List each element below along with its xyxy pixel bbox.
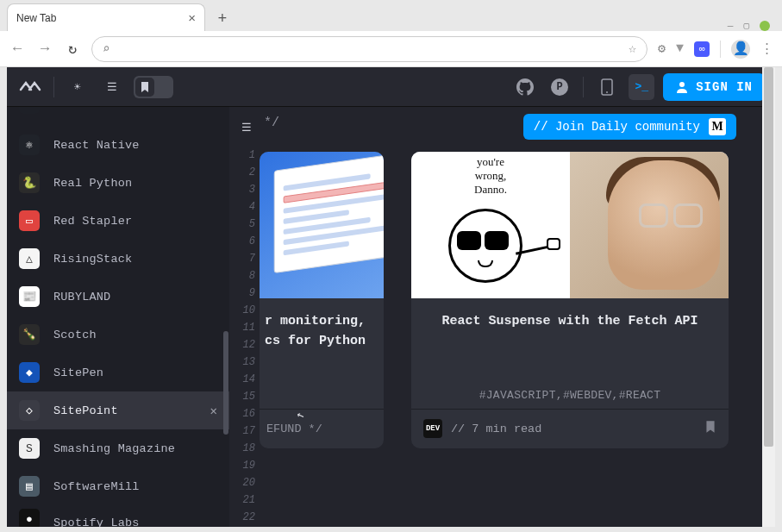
window-controls: — ▢ [728,20,775,31]
bookmark-icon [135,78,154,97]
browser-tab[interactable]: New Tab × [7,3,205,31]
sign-in-label: SIGN IN [696,80,753,94]
nav-back-icon[interactable]: ← [9,41,26,57]
source-icon: ⚛ [19,107,40,114]
meme-text: Danno. [474,183,507,197]
read-time: // 7 min read [451,422,541,435]
feed-card[interactable]: you're wrong, Danno. [411,152,729,448]
minimize-icon[interactable]: — [728,21,734,31]
source-icon: ◇ [19,400,40,421]
line-number: 14 [229,371,255,388]
sidebar-item[interactable]: ▭Red Stapler [7,202,229,240]
sidebar-item[interactable]: △RisingStack [7,240,229,278]
sidebar-item[interactable]: ◇SitePoint✕ [7,391,229,429]
window-close-icon[interactable] [760,21,770,31]
sidebar-item[interactable]: ◆SitePen [7,354,229,391]
line-number: 1 [229,147,255,164]
card-footer: EFUND */ [260,409,384,448]
search-icon: ⌕ [103,41,109,56]
maximize-icon[interactable]: ▢ [743,20,749,31]
sidebar-item[interactable]: ⚛React Native [7,126,229,164]
new-tab-button[interactable]: + [210,7,235,31]
menu-kebab-icon[interactable]: ⋮ [760,41,773,57]
sidebar-item-label: Smashing Magazine [53,442,175,455]
source-icon: ▤ [19,476,40,497]
line-number: 9 [229,285,255,302]
browser-chrome: New Tab × + — ▢ ← → ↻ ⌕ ☆ ⚙ ▼ ∞ 👤 ⋮ [0,0,782,67]
theme-toggle-icon[interactable]: ☀ [65,74,91,100]
sidebar-item[interactable]: 🐍Real Python [7,164,229,202]
content-menu-icon[interactable]: ☰ [236,117,257,138]
product-hunt-icon[interactable]: P [547,74,572,100]
line-number: 12 [229,336,255,354]
profile-icon[interactable]: 👤 [731,40,750,59]
line-number: 19 [229,457,255,474]
sidebar-item[interactable]: 📰RUBYLAND [7,278,229,316]
source-badge: DEV [423,419,442,438]
sidebar-item[interactable]: ▤SoftwareMill [7,467,229,505]
menu-icon[interactable]: ☰ [99,74,125,100]
nav-reload-icon[interactable]: ↻ [64,40,81,58]
separator [720,41,721,58]
extension-icon[interactable]: ⚙ [658,41,666,57]
sidebar-scrollbar[interactable] [222,107,229,527]
line-number: 13 [229,354,255,371]
card-image: you're wrong, Danno. [411,152,729,298]
address-strip: ← → ↻ ⌕ ☆ ⚙ ▼ ∞ 👤 ⋮ [0,31,782,67]
line-number: 21 [229,491,255,509]
card-image [260,152,384,298]
sidebar-item[interactable]: ⚛React [7,107,229,126]
sidebar-item-label: RisingStack [53,253,132,266]
content-area: ☰ */ // Join Daily community M 123456789… [229,107,762,527]
line-number: 15 [229,388,255,405]
tab-close-icon[interactable]: × [188,10,196,25]
mobile-icon[interactable] [594,74,620,100]
sign-in-button[interactable]: SIGN IN [663,73,765,101]
scrollbar-thumb[interactable] [764,67,773,447]
separator [583,77,584,97]
sidebar-item[interactable]: ●Spotify Labs [7,505,229,527]
extension-icons: ⚙ ▼ ∞ 👤 ⋮ [658,40,773,59]
extension-icon[interactable]: ∞ [694,41,710,57]
sidebar-list: ⚛React⚛React Native🐍Real Python▭Red Stap… [7,107,229,527]
card-tags: #JAVASCRIPT,#WEBDEV,#REACT [411,339,729,409]
bookmark-star-icon[interactable]: ☆ [629,41,636,57]
sidebar-item[interactable]: 🍾Scotch [7,316,229,354]
community-button[interactable]: // Join Daily community M [523,114,736,140]
community-label: // Join Daily community [534,120,700,134]
bookmark-icon[interactable] [704,420,716,438]
line-number: 16 [229,405,255,422]
sidebar-item-label: React [53,107,90,108]
github-icon[interactable] [512,74,538,100]
bookmarks-toggle[interactable] [134,76,173,98]
sidebar-item-label: Red Stapler [53,215,132,228]
user-icon [675,80,689,94]
line-number: 23 [229,526,255,527]
feed-card[interactable]: r monitoring, cs for Python ↖ EFUND */ [260,152,384,448]
extension-icon[interactable]: ▼ [676,41,684,56]
source-icon: S [19,438,40,459]
medium-icon: M [709,118,726,135]
app-logo-icon[interactable] [17,74,43,100]
photo-illustration [570,152,729,298]
meme-face-illustration [443,197,538,291]
line-number: 2 [229,164,255,181]
sidebar-item[interactable]: SSmashing Magazine [7,429,229,467]
terminal-icon[interactable]: >_ [629,74,654,100]
line-number: 5 [229,216,255,233]
tab-title: New Tab [16,12,56,24]
source-icon: △ [19,248,40,269]
source-icon: ◆ [19,362,40,383]
nav-forward-icon[interactable]: → [36,41,53,57]
source-icon: ⚛ [19,135,40,155]
sidebar-item-label: RUBYLAND [53,291,110,304]
tab-strip: New Tab × + — ▢ [0,0,782,31]
line-number: 4 [229,198,255,216]
address-bar[interactable]: ⌕ ☆ [91,36,647,62]
line-number: 8 [229,267,255,285]
page-scrollbar[interactable] [762,67,775,527]
sidebar-item-label: Scotch [53,329,97,341]
card-title: React Suspense with the Fetch API [411,298,729,339]
close-icon[interactable]: ✕ [210,404,217,418]
scrollbar-thumb[interactable] [223,331,228,435]
